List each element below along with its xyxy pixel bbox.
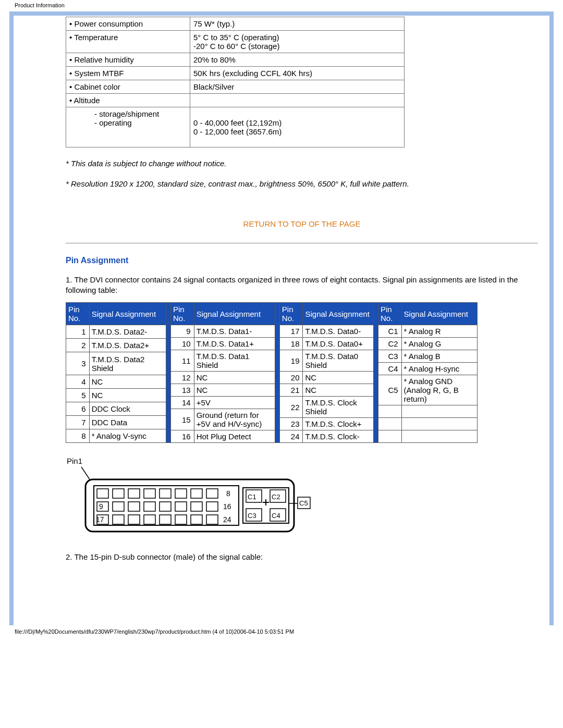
pin-signal: T.M.D.S. Data1 Shield [194,350,275,372]
file-path-footer: file:///D|/My%20Documents/dfu/230WP7/eng… [0,625,563,635]
pin-number: 9 [170,325,194,338]
pin-number: C2 [378,338,401,350]
pin-row: 14+5V [170,397,275,409]
pin-header-signal: Signal Assignment [401,303,477,325]
pin-signal: NC [89,375,166,389]
pin-number: 23 [279,418,303,430]
pin-row: C3* Analog B [378,350,477,363]
content-frame: • Power consumption75 W* (typ.)• Tempera… [9,11,554,625]
pin-signal: T.M.D.S. Data0- [303,325,374,338]
pin-row: C1* Analog R [378,325,477,338]
pin-signal: NC [303,384,374,397]
svg-text:9: 9 [99,502,103,511]
svg-rect-6 [144,489,155,498]
spec-label: • Power consumption [66,17,190,31]
pin-table-4: PinNo.Signal AssignmentC1* Analog RC2* A… [378,302,478,443]
pin-row: 16Hot Plug Detect [170,430,275,443]
pin-row: 21NC [279,384,373,397]
pin-header-pinno: PinNo. [279,303,303,325]
pin-number [378,418,401,430]
pin-signal: T.M.D.S. Data2- [89,325,166,339]
pin-number: 7 [66,416,90,429]
pin-number: 8 [66,429,90,442]
page-header-title: Product Information [0,0,563,8]
spec-row: • Power consumption75 W* (typ.) [66,17,405,31]
pin-signal: Hot Plug Detect [194,430,275,443]
pin-number: 16 [170,430,194,443]
pin-header-signal: Signal Assignment [89,303,166,325]
pin-row: 6DDC Clock [66,402,166,416]
pin-row: 9T.M.D.S. Data1- [170,325,275,338]
spec-row-altitude-detail: - storage/shipment- operating0 - 40,000 … [66,107,405,147]
svg-rect-20 [113,515,124,524]
spec-subvalue: 0 - 40,000 feet (12,192m)0 - 12,000 feet… [190,107,405,147]
pin-assignment-heading: Pin Assignment [66,256,538,265]
return-to-top-link[interactable]: RETURN TO TOP OF THE PAGE [66,219,538,228]
pin-row: C2* Analog G [378,338,477,350]
pin-signal: T.M.D.S. Data1+ [194,338,275,350]
pin-signal: T.M.D.S. Data2 Shield [89,352,166,375]
svg-text:16: 16 [223,502,231,511]
svg-rect-15 [160,502,171,511]
pin-row: 20NC [279,372,373,384]
svg-rect-23 [160,515,171,524]
svg-text:C5: C5 [299,499,308,507]
pin-signal: T.M.D.S. Clock Shield [303,397,374,418]
pin-signal: DDC Clock [89,402,166,416]
pin-number: 11 [170,350,194,372]
svg-text:24: 24 [223,515,231,524]
pin-signal: Ground (return for +5V and H/V-sync) [194,409,275,430]
pin-row: 4NC [66,375,166,389]
pin-table-spacer [275,302,279,443]
pin-signal: * Analog H-sync [401,363,477,375]
pin-number: 21 [279,384,303,397]
spec-row: • System MTBF50K hrs (excluding CCFL 40K… [66,67,405,80]
svg-rect-24 [175,515,187,524]
pin-row: 15Ground (return for +5V and H/V-sync) [170,409,275,430]
pin-table-1: PinNo.Signal Assignment1T.M.D.S. Data2-2… [66,302,166,443]
pin-number: 19 [279,350,303,372]
pin-number: 5 [66,389,90,402]
pin-row: 8* Analog V-sync [66,429,166,442]
pin-header-pinno: PinNo. [378,303,401,325]
svg-rect-17 [191,502,202,511]
dsub-intro-text: 2. The 15-pin D-sub connector (male) of … [66,552,538,562]
pin-number: 6 [66,402,90,416]
pin-header-pinno: PinNo. [170,303,194,325]
pin-row [378,430,477,443]
notes-block: * This data is subject to change without… [66,159,538,188]
svg-rect-25 [191,515,202,524]
pin-signal [401,405,477,418]
pin-signal: T.M.D.S. Data2+ [89,338,166,352]
pin-signal: DDC Data [89,416,166,429]
svg-rect-4 [113,489,124,498]
pin-number: 10 [170,338,194,350]
spec-value [190,94,405,107]
diagram-pin1-label: Pin1 [67,458,82,465]
pin-row: 22T.M.D.S. Clock Shield [279,397,373,418]
pin-signal: T.M.D.S. Data1- [194,325,275,338]
section-divider [66,243,538,243]
pin-header-pinno: PinNo. [66,303,90,325]
spec-row: • Relative humidity20% to 80% [66,53,405,67]
svg-rect-18 [206,502,218,511]
pin-row: 12NC [170,372,275,384]
svg-rect-26 [206,515,218,524]
pin-row: 18T.M.D.S. Data0+ [279,338,373,350]
spec-label: • Altitude [66,94,190,107]
svg-rect-8 [175,489,187,498]
spec-sublabel: - storage/shipment- operating [66,107,190,147]
pin-signal [401,430,477,443]
spec-value: 5° C to 35° C (operating)-20° C to 60° C… [190,31,405,53]
pin-signal: T.M.D.S. Data0 Shield [303,350,374,372]
pin-signal: +5V [194,397,275,409]
pin-signal: * Analog R [401,325,477,338]
pin-row: C5* Analog GND (Analog R, G, B return) [378,375,477,405]
pin-number: 18 [279,338,303,350]
spec-value: 20% to 80% [190,53,405,67]
pin-row: 17T.M.D.S. Data0- [279,325,373,338]
pin-number: 4 [66,375,90,389]
pin-signal: * Analog B [401,350,477,363]
pin-number: C5 [378,375,401,405]
svg-text:C3: C3 [248,512,256,520]
